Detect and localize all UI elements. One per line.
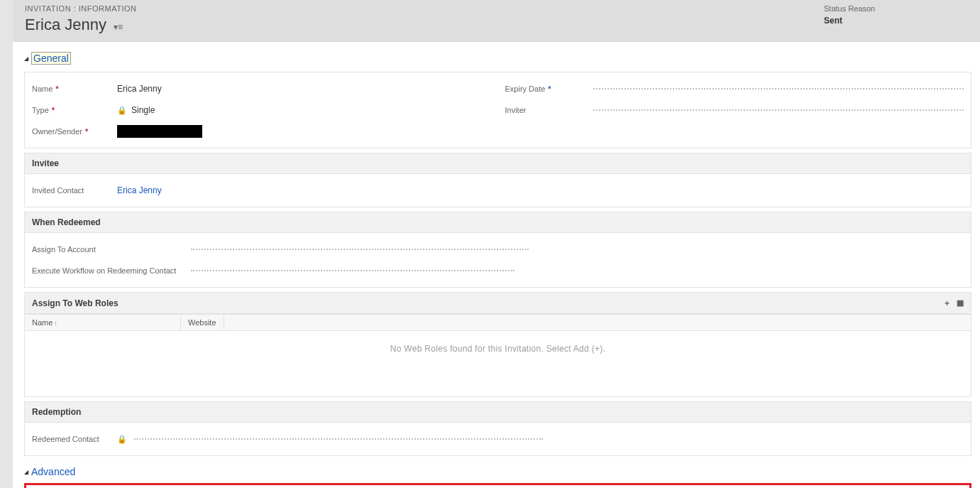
inviter-label: Inviter [505, 106, 590, 114]
tab-advanced[interactable]: ◢ Advanced [24, 466, 75, 477]
tab-general-label: General [31, 52, 71, 65]
section-when-redeemed-header: When Redeemed [25, 212, 971, 233]
collapse-icon: ◢ [24, 55, 28, 62]
redeemed-contact-label: Redeemed Contact [32, 435, 117, 443]
redeemed-contact-value[interactable]: 🔒 [117, 435, 543, 444]
record-title-text: Erica Jenny [25, 16, 106, 33]
web-roles-empty-message: No Web Roles found for this Invitation. … [25, 331, 971, 396]
section-redemption: Redemption Redeemed Contact 🔒 [24, 401, 971, 456]
section-web-roles: Assign To Web Roles ＋ ▦ Name↑ Website No… [24, 292, 971, 397]
form-type-label: INVITATION : INFORMATION [25, 4, 136, 13]
section-invitee-header: Invitee [25, 153, 971, 174]
owner-sender-value[interactable] [117, 125, 202, 138]
execute-workflow-value[interactable] [188, 270, 514, 271]
lock-icon: 🔒 [117, 435, 127, 444]
form-header: INVITATION : INFORMATION Erica Jenny ▾≡ … [0, 0, 980, 42]
record-title: Erica Jenny ▾≡ [25, 16, 136, 34]
section-general-fields: Name* Erica Jenny Type* 🔒 Single [24, 72, 971, 148]
expiry-date-value[interactable] [590, 88, 964, 90]
section-invitee: Invitee Invited Contact Erica Jenny [24, 153, 971, 207]
type-value[interactable]: 🔒 Single [117, 105, 491, 115]
form-selector-icon[interactable]: ▾≡ [114, 22, 123, 32]
left-gutter [0, 0, 13, 488]
tab-general[interactable]: ◢ General [24, 52, 71, 65]
inviter-value[interactable] [590, 109, 964, 111]
owner-sender-label: Owner/Sender* [32, 127, 117, 136]
invited-contact-value[interactable]: Erica Jenny [117, 185, 964, 195]
section-when-redeemed: When Redeemed Assign To Account Execute … [24, 212, 971, 288]
name-value[interactable]: Erica Jenny [117, 84, 491, 94]
grid-view-icon[interactable]: ▦ [957, 298, 964, 308]
assign-to-account-value[interactable] [188, 249, 529, 250]
collapse-icon: ◢ [24, 469, 28, 475]
column-website[interactable]: Website [181, 315, 224, 330]
execute-workflow-label: Execute Workflow on Redeeming Contact [32, 266, 188, 275]
tab-advanced-label: Advanced [31, 466, 75, 477]
invited-contact-label: Invited Contact [32, 186, 117, 195]
web-roles-table-header: Name↑ Website [25, 314, 971, 331]
expiry-date-label: Expiry Date* [505, 85, 590, 93]
status-reason-label: Status Reason [824, 4, 966, 13]
add-web-role-icon[interactable]: ＋ [943, 298, 951, 308]
section-web-roles-header: Assign To Web Roles ＋ ▦ [25, 293, 971, 314]
section-redemption-header: Redemption [25, 402, 971, 423]
status-reason-value: Sent [824, 16, 966, 26]
column-name[interactable]: Name↑ [25, 315, 181, 330]
assign-to-account-label: Assign To Account [32, 245, 188, 254]
type-label: Type* [32, 106, 117, 114]
lock-icon: 🔒 [117, 106, 127, 115]
name-label: Name* [32, 85, 117, 93]
invitation-code-highlight: Invitation Code [24, 483, 971, 488]
